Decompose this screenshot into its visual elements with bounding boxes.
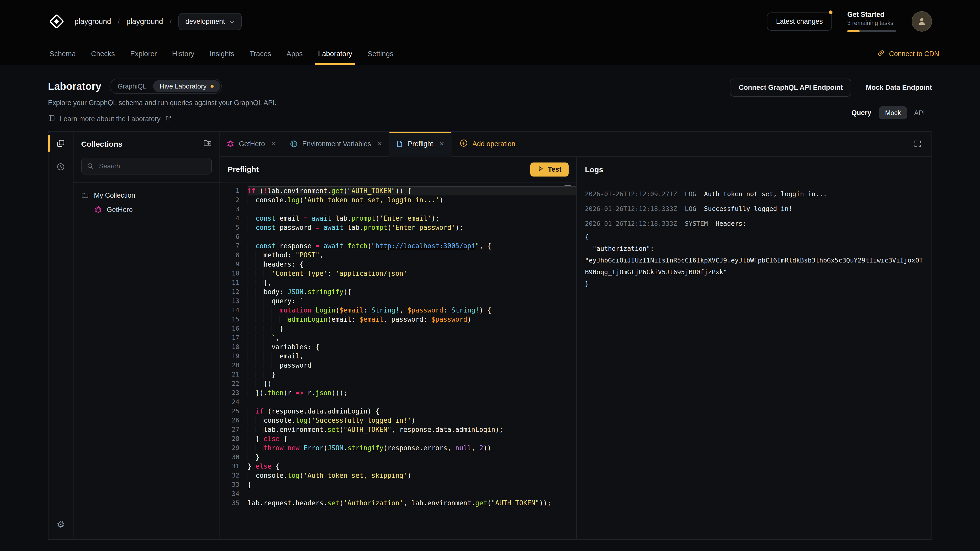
connect-cdn-link[interactable]: Connect to CDN bbox=[877, 43, 939, 65]
learn-more-link[interactable]: Learn more about the Laboratory bbox=[48, 114, 171, 124]
line-number: 20 bbox=[220, 361, 248, 370]
fullscreen-button[interactable] bbox=[909, 135, 926, 152]
code-line: 1if (!lab.environment.get("AUTH_TOKEN"))… bbox=[220, 186, 576, 195]
add-operation-button[interactable]: Add operation bbox=[452, 132, 523, 157]
collection-operation-gethero[interactable]: GetHero bbox=[73, 203, 220, 217]
tab-label: Preflight bbox=[408, 140, 433, 148]
nav-item-insights[interactable]: Insights bbox=[202, 43, 242, 65]
settings-gear-button[interactable]: ⚙ bbox=[48, 515, 73, 534]
title-row: Laboratory GraphiQL Hive Laboratory bbox=[48, 79, 277, 94]
avatar[interactable] bbox=[912, 11, 932, 32]
query-mode-row: Query Mock API bbox=[851, 105, 932, 121]
endpoint-buttons: Connect GraphQL API Endpoint Mock Data E… bbox=[730, 79, 932, 97]
code-line: 33} bbox=[220, 480, 576, 489]
line-number: 15 bbox=[220, 315, 248, 324]
log-raw-line: "eyJhbGciOiJIUzI1NiIsInR5cCI6IkpXVCJ9.ey… bbox=[585, 254, 923, 266]
line-number: 6 bbox=[220, 232, 248, 241]
search-icon bbox=[87, 162, 94, 171]
code-line: 6 bbox=[220, 232, 576, 241]
target-selector[interactable]: development bbox=[178, 13, 242, 30]
query-mode-mock[interactable]: Mock bbox=[879, 106, 907, 119]
graphiql-toggle-option[interactable]: GraphiQL bbox=[111, 80, 153, 92]
collections-sidebar: Collections My CollectionGetHero bbox=[73, 132, 220, 539]
collection-folder-my-collection[interactable]: My Collection bbox=[73, 188, 220, 203]
brand-row: playground / playground / development La… bbox=[0, 0, 980, 43]
get-started-subtitle: 3 remaining tasks bbox=[847, 20, 896, 27]
breadcrumb-separator: / bbox=[118, 17, 120, 25]
target-label: development bbox=[186, 17, 225, 25]
line-number: 31 bbox=[220, 462, 248, 471]
collections-title: Collections bbox=[81, 140, 123, 148]
get-started-widget[interactable]: Get Started 3 remaining tasks bbox=[847, 11, 896, 32]
scrollbar-marker bbox=[565, 185, 571, 186]
graphql-icon bbox=[227, 140, 234, 148]
nav-item-traces[interactable]: Traces bbox=[242, 43, 279, 65]
collections-panel-button[interactable] bbox=[48, 132, 73, 155]
nav-item-settings[interactable]: Settings bbox=[360, 43, 401, 65]
top-header: playground / playground / development La… bbox=[0, 0, 980, 65]
line-number: 19 bbox=[220, 351, 248, 361]
line-number: 1 bbox=[220, 186, 248, 195]
tab-gethero[interactable]: GetHero✕ bbox=[220, 132, 283, 157]
line-number: 25 bbox=[220, 407, 248, 416]
logs-pane[interactable]: Logs 2026-01-26T12:12:09.271Z LOG Auth t… bbox=[576, 157, 932, 539]
hive-logo[interactable] bbox=[48, 13, 65, 30]
code-line: 14 mutation Login($email: String!, $pass… bbox=[220, 306, 576, 315]
mock-endpoint-button[interactable]: Mock Data Endpoint bbox=[865, 84, 932, 92]
code-line: 29 throw new Error(JSON.stringify(respon… bbox=[220, 443, 576, 453]
code-line: 11 }, bbox=[220, 278, 576, 287]
new-collection-icon[interactable] bbox=[203, 139, 212, 149]
code-line: 34 bbox=[220, 489, 576, 499]
close-icon[interactable]: ✕ bbox=[377, 140, 382, 148]
tab-label: GetHero bbox=[239, 140, 265, 148]
code-line: 21 } bbox=[220, 370, 576, 379]
tab-bar: GetHero✕Environment Variables✕Preflight✕… bbox=[220, 132, 932, 157]
code-line: 31} else { bbox=[220, 462, 576, 471]
breadcrumb-org[interactable]: playground bbox=[75, 17, 111, 26]
code-line: 3 bbox=[220, 205, 576, 214]
page-header-right: Connect GraphQL API Endpoint Mock Data E… bbox=[730, 79, 932, 131]
code-line: 9 headers: { bbox=[220, 260, 576, 269]
external-link-icon bbox=[165, 115, 171, 123]
log-entry: 2026-01-26T12:12:18.333Z LOG Successfull… bbox=[585, 202, 923, 216]
line-number: 33 bbox=[220, 480, 248, 489]
page-header-left: Laboratory GraphiQL Hive Laboratory Expl… bbox=[48, 79, 277, 131]
breadcrumb-project[interactable]: playground bbox=[126, 17, 163, 26]
code-line: 22 }) bbox=[220, 379, 576, 388]
add-operation-label: Add operation bbox=[473, 140, 515, 148]
close-icon[interactable]: ✕ bbox=[439, 140, 444, 148]
play-icon bbox=[538, 165, 544, 173]
connect-endpoint-button[interactable]: Connect GraphQL API Endpoint bbox=[730, 79, 851, 97]
nav-item-schema[interactable]: Schema bbox=[42, 43, 83, 65]
line-number: 24 bbox=[220, 397, 248, 407]
latest-changes-button[interactable]: Latest changes bbox=[767, 13, 832, 30]
code-line: 16 } bbox=[220, 324, 576, 333]
line-number: 30 bbox=[220, 453, 248, 462]
main-nav-items: SchemaChecksExplorerHistoryInsightsTrace… bbox=[42, 43, 401, 65]
nav-item-checks[interactable]: Checks bbox=[83, 43, 123, 65]
nav-item-history[interactable]: History bbox=[164, 43, 202, 65]
test-button[interactable]: Test bbox=[530, 162, 569, 176]
close-icon[interactable]: ✕ bbox=[271, 140, 276, 148]
page-title: Laboratory bbox=[48, 81, 101, 92]
log-entry: 2026-01-26T12:12:09.271Z LOG Auth token … bbox=[585, 187, 923, 202]
line-number: 5 bbox=[220, 223, 248, 232]
nav-item-explorer[interactable]: Explorer bbox=[123, 43, 164, 65]
get-started-title: Get Started bbox=[847, 11, 896, 19]
breadcrumb-separator: / bbox=[170, 17, 172, 25]
search-input[interactable] bbox=[81, 158, 212, 175]
code-editor[interactable]: 1if (!lab.environment.get("AUTH_TOKEN"))… bbox=[220, 183, 576, 539]
line-number: 22 bbox=[220, 379, 248, 388]
code-line: 10 'Content-Type': 'application/json' bbox=[220, 269, 576, 278]
tab-preflight[interactable]: Preflight✕ bbox=[390, 132, 452, 157]
collection-tree: My CollectionGetHero bbox=[73, 183, 220, 222]
history-panel-button[interactable] bbox=[48, 155, 73, 179]
code-line: 28 } else { bbox=[220, 434, 576, 443]
hive-laboratory-toggle-option[interactable]: Hive Laboratory bbox=[153, 80, 221, 92]
nav-item-laboratory[interactable]: Laboratory bbox=[310, 43, 360, 65]
query-mode-api[interactable]: API bbox=[908, 106, 931, 119]
code-line: 26 console.log('Successfully logged in!'… bbox=[220, 416, 576, 425]
line-number: 14 bbox=[220, 306, 248, 315]
nav-item-apps[interactable]: Apps bbox=[279, 43, 310, 65]
tab-environment-variables[interactable]: Environment Variables✕ bbox=[283, 132, 390, 157]
